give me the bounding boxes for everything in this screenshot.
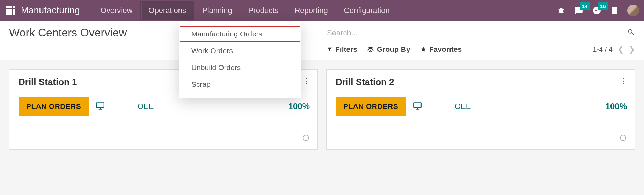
status-indicator-icon[interactable] [303, 135, 309, 141]
plan-orders-button[interactable]: PLAN ORDERS [19, 97, 89, 116]
group-by-label: Group By [377, 45, 410, 54]
menu-work-orders[interactable]: Work Orders [179, 42, 301, 59]
avatar-image [627, 5, 639, 16]
status-indicator-icon[interactable] [620, 135, 626, 141]
debug-icon[interactable] [557, 7, 565, 14]
nav-configuration[interactable]: Configuration [336, 1, 398, 20]
chat-icon[interactable]: 14 [574, 6, 583, 15]
cards-container: ⋮ Drill Station 1 PLAN ORDERS OEE 100% ⋮… [0, 60, 644, 159]
workcenter-card: ⋮ Drill Station 2 PLAN ORDERS OEE 100% [326, 69, 635, 150]
menu-unbuild-orders[interactable]: Unbuild Orders [179, 59, 301, 76]
group-by-button[interactable]: Group By [367, 45, 410, 54]
pager-prev[interactable]: ❮ [617, 45, 624, 54]
chat-badge: 14 [580, 2, 590, 10]
user-avatar[interactable] [627, 5, 639, 16]
building-icon[interactable] [610, 6, 618, 15]
card-menu-icon[interactable]: ⋮ [302, 77, 310, 86]
favorites-label: Favorites [429, 45, 462, 54]
pager-next[interactable]: ❯ [629, 45, 635, 54]
oee-label[interactable]: OEE [138, 102, 154, 111]
funnel-icon [327, 47, 332, 52]
menu-manufacturing-orders[interactable]: Manufacturing Orders [179, 26, 301, 42]
main-menu: Overview Operations Planning Products Re… [93, 1, 398, 20]
activity-badge: 16 [598, 2, 608, 10]
oee-value[interactable]: 100% [606, 102, 627, 111]
plan-orders-button[interactable]: PLAN ORDERS [336, 97, 406, 116]
filters-button[interactable]: Filters [327, 45, 357, 54]
card-menu-icon[interactable]: ⋮ [620, 77, 628, 86]
svg-rect-0 [96, 103, 104, 107]
apps-grid-icon[interactable] [6, 6, 15, 15]
controls-bar: Work Centers Overview Filters Group By F… [0, 21, 644, 60]
layers-icon [367, 46, 374, 53]
pager-range[interactable]: 1-4 / 4 [593, 46, 613, 54]
svg-rect-1 [414, 103, 421, 107]
nav-products[interactable]: Products [240, 1, 287, 20]
menu-scrap[interactable]: Scrap [179, 76, 301, 93]
monitor-icon[interactable] [96, 101, 105, 112]
search-input[interactable] [327, 28, 627, 37]
nav-operations[interactable]: Operations [140, 1, 194, 20]
monitor-icon[interactable] [413, 101, 422, 112]
card-title: Drill Station 2 [336, 77, 627, 88]
search-icon[interactable] [627, 28, 635, 37]
pager: 1-4 / 4 ❮ ❯ [593, 45, 635, 54]
nav-reporting[interactable]: Reporting [286, 1, 336, 20]
filters-label: Filters [335, 45, 357, 54]
star-icon [420, 46, 426, 53]
activity-icon[interactable]: 16 [592, 6, 601, 15]
filters-row: Filters Group By Favorites 1-4 / 4 ❮ ❯ [327, 45, 635, 54]
favorites-button[interactable]: Favorites [420, 45, 462, 54]
oee-label[interactable]: OEE [455, 102, 471, 111]
operations-dropdown: Manufacturing Orders Work Orders Unbuild… [179, 21, 301, 98]
oee-value[interactable]: 100% [288, 102, 310, 111]
nav-planning[interactable]: Planning [194, 1, 240, 20]
search-row [327, 26, 635, 40]
nav-overview[interactable]: Overview [93, 1, 141, 20]
top-nav: Manufacturing Overview Operations Planni… [0, 0, 644, 21]
app-brand[interactable]: Manufacturing [21, 5, 80, 16]
topbar-icons: 14 16 [557, 5, 639, 16]
